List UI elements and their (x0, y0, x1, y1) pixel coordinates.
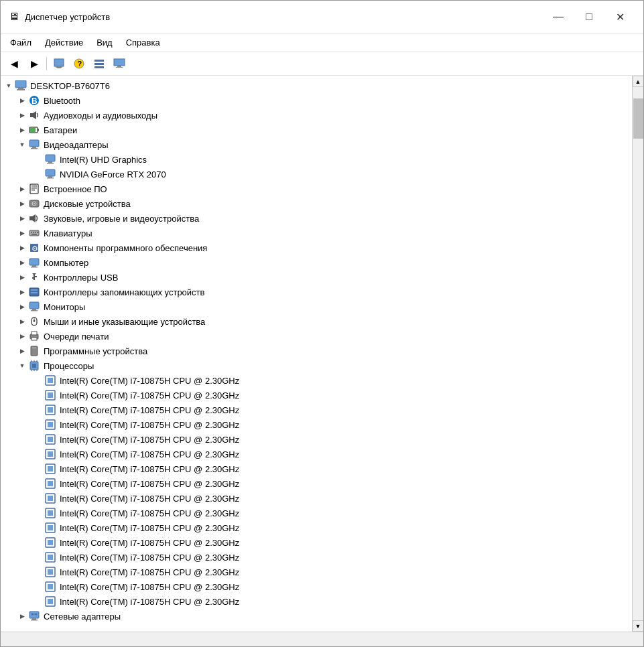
toolbar-back-button[interactable]: ◀ (5, 55, 23, 72)
svg-rect-107 (48, 599, 53, 604)
tree-item-core11[interactable]: Intel(R) Core(TM) i7-10875H CPU @ 2.30GH… (1, 520, 632, 535)
tree-item-sound[interactable]: ▶ Звуковые, игровые и видеоустройства (1, 211, 632, 226)
tree-item-core15[interactable]: Intel(R) Core(TM) i7-10875H CPU @ 2.30GH… (1, 579, 632, 594)
scrollbar-thumb[interactable] (633, 98, 643, 139)
device-tree[interactable]: ▼ DESKTOP-B7607T6 ▶ B (1, 76, 632, 632)
disk-icon (27, 197, 41, 210)
toolbar-list-button[interactable] (90, 55, 109, 72)
tree-item-core16[interactable]: Intel(R) Core(TM) i7-10875H CPU @ 2.30GH… (1, 594, 632, 609)
menu-help[interactable]: Справка (119, 35, 167, 50)
core4-label: Intel(R) Core(TM) i7-10875H CPU @ 2.30GH… (60, 420, 239, 430)
tree-item-usb[interactable]: ▶ Контроллеры USB (1, 270, 632, 285)
tree-item-core14[interactable]: Intel(R) Core(TM) i7-10875H CPU @ 2.30GH… (1, 565, 632, 579)
tree-item-mouse[interactable]: ▶ Мыши и иные указывающие устройства (1, 314, 632, 329)
keyboard-icon (27, 226, 41, 240)
expand-cpu[interactable]: ▼ (17, 360, 27, 371)
tree-item-software[interactable]: ▶ ⚙ Компоненты программного обеспечения (1, 240, 632, 255)
tree-item-core2[interactable]: Intel(R) Core(TM) i7-10875H CPU @ 2.30GH… (1, 388, 632, 403)
svg-rect-64 (31, 332, 37, 335)
svg-rect-13 (17, 89, 25, 90)
tree-item-core5[interactable]: Intel(R) Core(TM) i7-10875H CPU @ 2.30GH… (1, 432, 632, 447)
expand-pc[interactable]: ▶ (17, 257, 27, 268)
status-bar (1, 632, 643, 646)
tree-item-computer[interactable]: ▼ DESKTOP-B7607T6 (1, 78, 632, 93)
tree-item-core12[interactable]: Intel(R) Core(TM) i7-10875H CPU @ 2.30GH… (1, 535, 632, 550)
monitors-icon (27, 300, 41, 313)
tree-item-audio[interactable]: ▶ Аудиовходы и аудиовыходы (1, 108, 632, 123)
content-area: ▼ DESKTOP-B7607T6 ▶ B (1, 76, 643, 632)
expand-sound[interactable]: ▶ (17, 213, 27, 224)
close-button[interactable]: ✕ (604, 6, 635, 27)
tree-item-core6[interactable]: Intel(R) Core(TM) i7-10875H CPU @ 2.30GH… (1, 447, 632, 461)
toolbar-help-button[interactable]: ? (70, 55, 88, 72)
scrollbar[interactable]: ▲ ▼ (632, 76, 643, 632)
expand-audio[interactable]: ▶ (17, 110, 27, 121)
svg-text:⚙: ⚙ (31, 244, 38, 253)
expand-monitors[interactable]: ▶ (17, 301, 27, 312)
tree-item-core9[interactable]: Intel(R) Core(TM) i7-10875H CPU @ 2.30GH… (1, 491, 632, 506)
tree-item-net[interactable]: ▶ Сетевые адаптеры (1, 609, 632, 624)
expand-print[interactable]: ▶ (17, 331, 27, 342)
battery-label: Батареи (44, 125, 77, 135)
svg-marker-51 (32, 273, 36, 275)
expand-firmware[interactable]: ▶ (17, 184, 27, 194)
svg-rect-55 (31, 289, 38, 291)
svg-rect-56 (31, 292, 38, 293)
tree-item-core7[interactable]: Intel(R) Core(TM) i7-10875H CPU @ 2.30GH… (1, 461, 632, 476)
expand-display[interactable]: ▼ (17, 139, 27, 150)
maximize-button[interactable]: □ (574, 6, 604, 27)
core16-icon (44, 595, 57, 608)
expand-prog[interactable]: ▶ (17, 346, 27, 356)
usb-label: Контроллеры USB (44, 273, 118, 283)
tree-item-core8[interactable]: Intel(R) Core(TM) i7-10875H CPU @ 2.30GH… (1, 476, 632, 491)
tree-item-battery[interactable]: ▶ Батареи (1, 123, 632, 137)
tree-item-storage[interactable]: ▶ Контроллеры запоминающих устройств (1, 285, 632, 299)
tree-item-firmware[interactable]: ▶ Встроенное ПО (1, 182, 632, 196)
scrollbar-down-arrow[interactable]: ▼ (633, 620, 644, 632)
expand-disk[interactable]: ▶ (17, 198, 27, 209)
expand-battery[interactable]: ▶ (17, 125, 27, 135)
mouse-label: Мыши и иные указывающие устройства (44, 317, 205, 327)
tree-item-keyboard[interactable]: ▶ Клавиатуры (1, 226, 632, 240)
tree-item-core3[interactable]: Intel(R) Core(TM) i7-10875H CPU @ 2.30GH… (1, 403, 632, 417)
menu-action[interactable]: Действие (38, 35, 90, 50)
window-icon: 🖥 (9, 11, 19, 23)
tree-item-display[interactable]: ▼ Видеоадаптеры (1, 137, 632, 152)
expand-software[interactable]: ▶ (17, 242, 27, 253)
menu-file[interactable]: Файл (3, 35, 38, 50)
svg-rect-42 (35, 232, 36, 233)
tree-item-gpu1[interactable]: Intel(R) UHD Graphics (1, 152, 632, 167)
net-label: Сетевые адаптеры (44, 612, 121, 622)
tree-item-monitors[interactable]: ▶ Мониторы (1, 299, 632, 314)
minimize-button[interactable]: — (543, 6, 574, 27)
scrollbar-up-arrow[interactable]: ▲ (633, 76, 644, 87)
expand-computer[interactable]: ▼ (3, 80, 14, 91)
tree-item-print[interactable]: ▶ Очереди печати (1, 329, 632, 344)
tree-item-pc[interactable]: ▶ Компьютер (1, 255, 632, 270)
tree-item-prog[interactable]: ▶ Программные устройства (1, 344, 632, 358)
battery-icon (27, 123, 41, 137)
tree-item-core4[interactable]: Intel(R) Core(TM) i7-10875H CPU @ 2.30GH… (1, 417, 632, 432)
menu-view[interactable]: Вид (90, 35, 119, 50)
net-icon (27, 609, 41, 623)
tree-item-core13[interactable]: Intel(R) Core(TM) i7-10875H CPU @ 2.30GH… (1, 550, 632, 565)
tree-item-core1[interactable]: Intel(R) Core(TM) i7-10875H CPU @ 2.30GH… (1, 373, 632, 388)
expand-bluetooth[interactable]: ▶ (17, 95, 27, 106)
expand-storage[interactable]: ▶ (17, 287, 27, 297)
toolbar-monitor-button[interactable] (110, 55, 129, 72)
tree-item-bluetooth[interactable]: ▶ B Bluetooth (1, 93, 632, 108)
expand-net[interactable]: ▶ (17, 611, 27, 622)
tree-item-disk[interactable]: ▶ Дисковые устройства (1, 196, 632, 211)
expand-usb[interactable]: ▶ (17, 272, 27, 283)
expand-keyboard[interactable]: ▶ (17, 228, 27, 238)
monitors-label: Мониторы (44, 302, 85, 312)
tree-item-core10[interactable]: Intel(R) Core(TM) i7-10875H CPU @ 2.30GH… (1, 506, 632, 520)
svg-rect-85 (48, 437, 53, 442)
sound-label: Звуковые, игровые и видеоустройства (44, 214, 199, 224)
tree-item-gpu2[interactable]: NVIDIA GeForce RTX 2070 (1, 167, 632, 182)
svg-rect-12 (18, 88, 23, 89)
toolbar-forward-button[interactable]: ▶ (25, 55, 44, 72)
tree-item-cpu[interactable]: ▼ Процессоры (1, 358, 632, 373)
toolbar-properties-button[interactable] (50, 55, 68, 72)
expand-mouse[interactable]: ▶ (17, 316, 27, 327)
